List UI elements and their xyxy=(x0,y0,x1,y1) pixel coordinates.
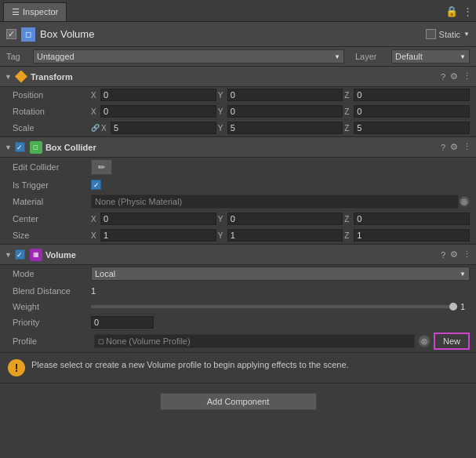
rotation-z-item: Z 0 xyxy=(344,105,470,118)
scale-z-field[interactable]: 5 xyxy=(354,122,470,134)
mode-label: Mode xyxy=(13,269,91,278)
gameobject-icon: ◻ xyxy=(21,27,35,42)
center-x-field[interactable]: 0 xyxy=(100,213,216,225)
size-y-item: Y 1 xyxy=(218,229,343,242)
size-z-field[interactable]: 1 xyxy=(354,229,470,242)
scale-y-field[interactable]: 5 xyxy=(227,122,343,134)
size-y-field[interactable]: 1 xyxy=(227,229,343,242)
add-component-button[interactable]: Add Component xyxy=(160,393,317,410)
collider-help-icon[interactable]: ? xyxy=(441,143,445,152)
transform-header[interactable]: ▼ Transform ? ⚙ ⋮ xyxy=(0,67,476,87)
inspector-tab-label: Inspector xyxy=(23,7,58,16)
edit-collider-btn-icon: ✏ xyxy=(98,162,105,173)
size-label: Size xyxy=(13,231,91,240)
profile-picker-button[interactable]: ◎ xyxy=(418,335,431,347)
static-checkbox[interactable] xyxy=(426,29,436,39)
edit-collider-button[interactable]: ✏ xyxy=(91,159,112,175)
inspector-tab[interactable]: ☰ Inspector xyxy=(3,2,67,21)
transform-settings-icon[interactable]: ⚙ xyxy=(450,71,458,82)
transform-help-icon[interactable]: ? xyxy=(441,72,445,82)
volume-more-icon[interactable]: ⋮ xyxy=(463,249,471,260)
volume-enabled-checkbox[interactable]: ✓ xyxy=(15,249,25,260)
box-collider-header[interactable]: ▼ ✓ ◻ Box Collider ? ⚙ ⋮ xyxy=(0,137,476,158)
gameobject-name: Box Volume xyxy=(40,28,421,40)
position-y-field[interactable]: 0 xyxy=(227,89,343,101)
layer-dropdown[interactable]: Default ▼ xyxy=(391,49,470,64)
is-trigger-row: Is Trigger ✓ xyxy=(0,177,476,193)
volume-icon: ▦ xyxy=(30,249,42,261)
weight-slider[interactable]: 1 xyxy=(91,302,470,311)
position-z-item: Z 0 xyxy=(344,89,470,101)
position-z-field[interactable]: 0 xyxy=(354,89,470,101)
scale-x-field[interactable]: 5 xyxy=(111,122,216,134)
scale-y-label: Y xyxy=(218,124,226,133)
scale-row: Scale 🔗 X 5 Y 5 Z 5 xyxy=(0,120,476,136)
lock-icon[interactable]: 🔒 xyxy=(445,5,458,17)
transform-title: Transform xyxy=(31,72,438,82)
pos-z-label: Z xyxy=(344,91,352,100)
layer-chevron-icon: ▼ xyxy=(460,53,466,60)
tag-dropdown[interactable]: Untagged ▼ xyxy=(33,49,344,64)
scale-y-item: Y 5 xyxy=(218,122,343,134)
center-z-item: Z 0 xyxy=(344,213,470,225)
mode-dropdown[interactable]: Local ▼ xyxy=(91,267,470,281)
scale-link-item: 🔗 X 5 xyxy=(91,122,216,134)
size-z-label: Z xyxy=(344,231,352,240)
is-trigger-checkbox[interactable]: ✓ xyxy=(91,180,101,190)
collider-enabled-checkbox[interactable]: ✓ xyxy=(15,142,25,152)
scale-x-label: X xyxy=(101,124,109,133)
position-x-item: X 0 xyxy=(91,89,216,101)
is-trigger-label: Is Trigger xyxy=(13,180,91,190)
scale-link-icon: 🔗 xyxy=(91,124,100,132)
collider-more-icon[interactable]: ⋮ xyxy=(463,142,471,152)
center-z-label: Z xyxy=(344,215,352,224)
volume-header[interactable]: ▼ ✓ ▦ Volume ? ⚙ ⋮ xyxy=(0,245,476,265)
blend-distance-value[interactable]: 1 xyxy=(91,286,470,296)
size-y-label: Y xyxy=(218,231,226,240)
material-row: Material None (Physic Material) ◎ xyxy=(0,193,476,211)
weight-row: Weight 1 xyxy=(0,299,476,314)
transform-arrow-icon: ▼ xyxy=(5,73,12,81)
priority-field[interactable]: 0 xyxy=(91,316,154,329)
new-profile-button[interactable]: New xyxy=(434,333,470,350)
menu-icon[interactable]: ⋮ xyxy=(463,5,473,17)
volume-settings-icon[interactable]: ⚙ xyxy=(450,249,458,260)
box-collider-component: ▼ ✓ ◻ Box Collider ? ⚙ ⋮ Edit Collider ✏ xyxy=(0,137,476,245)
transform-icon xyxy=(15,71,27,83)
pos-y-label: Y xyxy=(218,91,226,100)
weight-slider-track[interactable] xyxy=(91,305,457,308)
collider-arrow-icon: ▼ xyxy=(5,144,12,151)
profile-field[interactable]: ◻ None (Volume Profile) xyxy=(94,334,415,348)
rotation-label: Rotation xyxy=(13,107,91,116)
rotation-y-field[interactable]: 0 xyxy=(227,105,343,118)
inspector-content: ✓ ◻ Box Volume Static ▼ Tag Untagged ▼ L… xyxy=(0,22,476,458)
tab-bar: ☰ Inspector 🔒 ⋮ xyxy=(0,0,476,22)
rotation-x-item: X 0 xyxy=(91,105,216,118)
priority-label: Priority xyxy=(13,318,91,327)
center-y-field[interactable]: 0 xyxy=(227,213,343,225)
priority-row: Priority 0 xyxy=(0,314,476,331)
static-dropdown-icon[interactable]: ▼ xyxy=(463,31,470,38)
rotation-z-field[interactable]: 0 xyxy=(354,105,470,118)
transform-more-icon[interactable]: ⋮ xyxy=(463,71,471,82)
volume-help-icon[interactable]: ? xyxy=(441,250,445,260)
collider-settings-icon[interactable]: ⚙ xyxy=(450,142,458,152)
material-field[interactable]: None (Physic Material) xyxy=(91,194,459,209)
blend-distance-label: Blend Distance xyxy=(13,286,91,296)
static-area: Static ▼ xyxy=(426,29,470,39)
weight-slider-thumb[interactable] xyxy=(449,303,457,311)
rotation-x-field[interactable]: 0 xyxy=(100,105,216,118)
warning-icon: ! xyxy=(8,359,25,376)
gameobject-active-checkbox[interactable]: ✓ xyxy=(6,29,16,39)
position-y-item: Y 0 xyxy=(218,89,343,101)
center-z-field[interactable]: 0 xyxy=(354,213,470,225)
material-picker-icon[interactable]: ◎ xyxy=(459,196,470,207)
transform-actions: ? ⚙ ⋮ xyxy=(441,71,471,82)
inspector-window: ☰ Inspector 🔒 ⋮ ✓ ◻ Box Volume Static ▼ … xyxy=(0,0,476,458)
size-x-field[interactable]: 1 xyxy=(100,229,216,242)
position-x-field[interactable]: 0 xyxy=(100,89,216,101)
tab-actions: 🔒 ⋮ xyxy=(445,5,473,17)
position-label: Position xyxy=(13,90,91,100)
center-xyz: X 0 Y 0 Z 0 xyxy=(91,213,470,225)
layer-label: Layer xyxy=(355,52,387,61)
